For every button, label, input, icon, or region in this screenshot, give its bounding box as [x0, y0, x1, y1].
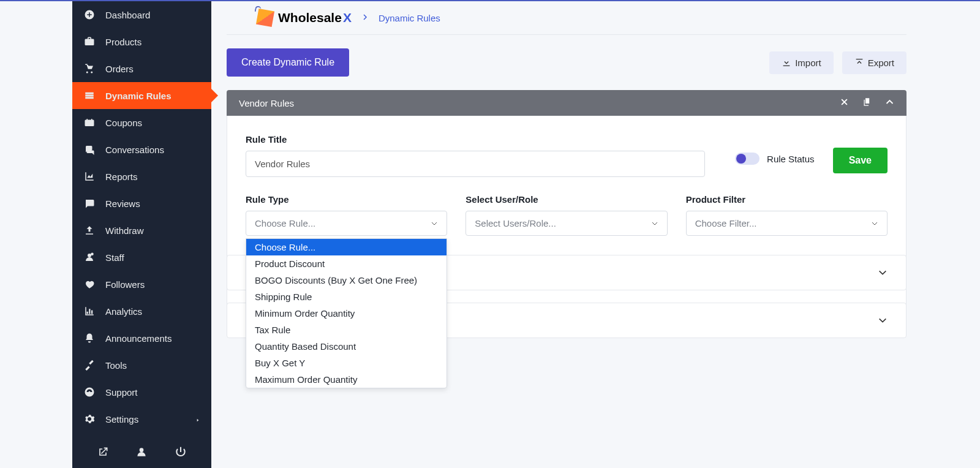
dropdown-item[interactable]: Maximum Order Quantity — [246, 371, 447, 388]
sidebar-item-products[interactable]: Products — [72, 28, 211, 55]
export-icon — [854, 58, 864, 67]
sidebar-item-label: Followers — [105, 279, 200, 290]
reviews-icon — [83, 198, 96, 209]
sidebar-item-analytics[interactable]: Analytics — [72, 298, 211, 325]
close-icon[interactable] — [840, 97, 849, 108]
panel-header: Vendor Rules — [227, 90, 907, 116]
chevron-down-icon — [651, 220, 658, 227]
user-role-select[interactable]: Select Users/Role... — [466, 211, 667, 236]
sidebar-item-announcements[interactable]: Announcements — [72, 325, 211, 352]
dropdown-item[interactable]: Minimum Order Quantity — [246, 305, 447, 322]
create-dynamic-rule-button[interactable]: Create Dynamic Rule — [227, 48, 349, 77]
sidebar-item-label: Dynamic Rules — [105, 91, 200, 101]
sidebar-item-label: Products — [105, 37, 200, 47]
settings-icon — [83, 413, 96, 425]
rule-type-placeholder: Choose Rule... — [255, 218, 315, 228]
dynamic-rules-icon — [83, 90, 96, 102]
sidebar: Dashboard Products Orders Dynamic Rules … — [72, 1, 211, 468]
import-button[interactable]: Import — [769, 51, 834, 74]
product-filter-select[interactable]: Choose Filter... — [686, 211, 888, 236]
sidebar-item-label: Dashboard — [105, 10, 200, 20]
sidebar-item-label: Coupons — [105, 118, 200, 128]
rule-title-label: Rule Title — [246, 134, 717, 145]
rule-status-toggle[interactable] — [735, 153, 760, 165]
sidebar-item-conversations[interactable]: Conversations — [72, 136, 211, 163]
sidebar-item-label: Announcements — [105, 333, 200, 344]
sidebar-item-label: Conversations — [105, 145, 200, 155]
sidebar-item-reviews[interactable]: Reviews — [72, 190, 211, 217]
import-label: Import — [795, 58, 821, 68]
rule-type-dropdown: Choose Rule... Product Discount BOGO Dis… — [246, 238, 447, 388]
sidebar-item-label: Reports — [105, 172, 200, 182]
sidebar-item-label: Reviews — [105, 198, 200, 209]
sidebar-item-support[interactable]: Support — [72, 379, 211, 406]
sidebar-item-label: Tools — [105, 360, 200, 371]
sidebar-item-orders[interactable]: Orders — [72, 55, 211, 82]
copy-icon[interactable] — [862, 97, 872, 108]
analytics-icon — [83, 306, 96, 317]
logo-text-main: Wholesale — [278, 10, 342, 25]
reports-icon — [83, 171, 96, 183]
sidebar-item-label: Staff — [105, 252, 200, 263]
followers-icon — [83, 279, 96, 290]
external-link-icon[interactable] — [97, 446, 109, 461]
tools-icon — [83, 360, 96, 371]
coupons-icon — [83, 117, 96, 129]
sidebar-item-settings[interactable]: Settings — [72, 406, 211, 432]
user-role-placeholder: Select Users/Role... — [475, 218, 556, 228]
chevron-down-icon — [878, 315, 888, 325]
chevron-down-icon — [878, 268, 888, 277]
export-button[interactable]: Export — [842, 51, 907, 74]
chevron-down-icon — [871, 220, 878, 227]
rule-status-label: Rule Status — [767, 154, 815, 164]
sidebar-item-label: Support — [105, 387, 200, 398]
sidebar-item-label: Withdraw — [105, 225, 200, 236]
dropdown-item[interactable]: Buy X Get Y — [246, 355, 447, 371]
actions-row: Create Dynamic Rule Import Export — [227, 35, 980, 90]
sidebar-item-tools[interactable]: Tools — [72, 352, 211, 379]
logo-icon — [256, 9, 274, 27]
chevron-right-icon — [195, 414, 200, 425]
chevron-up-icon[interactable] — [885, 97, 894, 108]
announcements-icon — [83, 333, 96, 344]
export-label: Export — [868, 58, 894, 68]
logo[interactable]: WholesaleX — [257, 10, 352, 26]
dropdown-item[interactable]: BOGO Discounts (Buy X Get One Free) — [246, 272, 447, 289]
sidebar-item-dynamic-rules[interactable]: Dynamic Rules — [72, 82, 211, 109]
product-filter-placeholder: Choose Filter... — [695, 218, 757, 228]
dashboard-icon — [83, 9, 96, 21]
sidebar-item-reports[interactable]: Reports — [72, 163, 211, 190]
withdraw-icon — [83, 225, 96, 236]
logo-text-x: X — [343, 10, 352, 25]
user-icon[interactable] — [135, 446, 148, 461]
save-button[interactable]: Save — [833, 148, 888, 173]
breadcrumb-current[interactable]: Dynamic Rules — [379, 13, 440, 23]
sidebar-item-withdraw[interactable]: Withdraw — [72, 217, 211, 244]
sidebar-item-staff[interactable]: Staff — [72, 244, 211, 271]
user-role-label: Select User/Role — [466, 194, 667, 205]
sidebar-item-dashboard[interactable]: Dashboard — [72, 1, 211, 28]
sidebar-item-label: Orders — [105, 64, 200, 74]
dropdown-item[interactable]: Product Discount — [246, 255, 447, 272]
rule-title-input[interactable] — [246, 151, 705, 177]
rule-type-label: Rule Type — [246, 194, 447, 205]
power-icon[interactable] — [175, 446, 187, 461]
sidebar-item-label: Analytics — [105, 306, 200, 317]
rule-type-select[interactable]: Choose Rule... — [246, 211, 447, 236]
sidebar-bottom-icons — [72, 439, 211, 468]
dropdown-item[interactable]: Quantity Based Discount — [246, 338, 447, 355]
conversations-icon — [83, 144, 96, 156]
chevron-right-icon — [361, 12, 369, 23]
dropdown-item[interactable]: Shipping Rule — [246, 289, 447, 305]
sidebar-item-followers[interactable]: Followers — [72, 271, 211, 298]
chevron-down-icon — [431, 220, 438, 227]
sidebar-item-coupons[interactable]: Coupons — [72, 109, 211, 136]
staff-icon — [83, 252, 96, 263]
dropdown-item[interactable]: Tax Rule — [246, 322, 447, 338]
dropdown-item[interactable]: Choose Rule... — [246, 239, 447, 255]
products-icon — [83, 36, 96, 48]
product-filter-label: Product Filter — [686, 194, 888, 205]
sidebar-item-label: Settings — [105, 414, 192, 425]
breadcrumb: WholesaleX Dynamic Rules — [227, 1, 907, 35]
main-content: WholesaleX Dynamic Rules Create Dynamic … — [211, 1, 980, 468]
